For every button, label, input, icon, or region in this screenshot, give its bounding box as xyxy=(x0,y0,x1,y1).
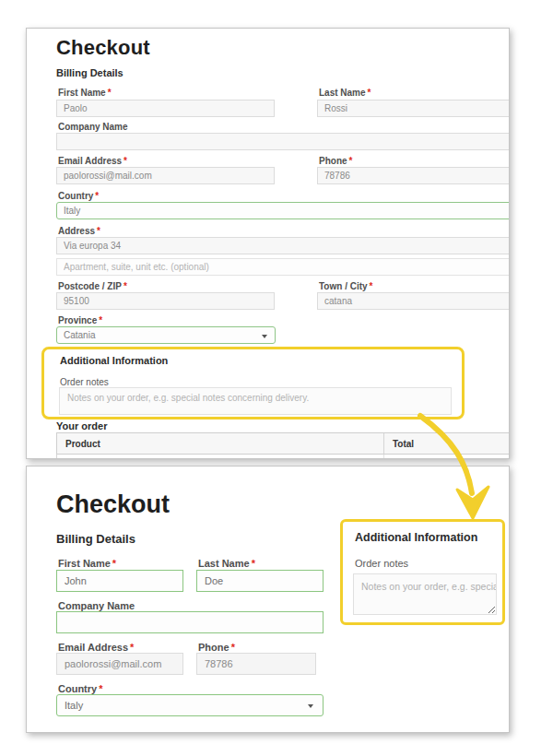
first-name-label: First Name* xyxy=(58,558,116,569)
product-column-header: Product xyxy=(57,433,384,454)
top-checkout-screenshot: Checkout Billing Details First Name* Las… xyxy=(26,28,510,459)
phone-label: Phone* xyxy=(319,156,352,166)
address-label: Address* xyxy=(58,226,100,236)
postcode-label: Postcode / ZIP* xyxy=(58,281,127,291)
your-order-heading: Your order xyxy=(56,420,107,431)
company-name-input[interactable] xyxy=(56,611,324,633)
country-label: Country* xyxy=(58,683,102,694)
last-name-input[interactable] xyxy=(317,100,510,117)
province-label: Province* xyxy=(58,315,102,325)
company-name-label: Company Name xyxy=(58,122,128,132)
last-name-label: Last Name* xyxy=(319,88,371,98)
required-asterisk: * xyxy=(112,558,116,569)
dropdown-caret-icon xyxy=(308,704,313,708)
email-label: Email Address* xyxy=(58,156,127,166)
required-asterisk: * xyxy=(124,281,127,291)
required-asterisk: * xyxy=(252,558,255,569)
postcode-input[interactable] xyxy=(56,292,275,310)
phone-label: Phone* xyxy=(198,642,235,653)
country-select[interactable]: Italy xyxy=(56,202,510,219)
email-input[interactable] xyxy=(56,167,275,184)
required-asterisk: * xyxy=(124,156,127,166)
province-select[interactable]: Catania xyxy=(56,326,276,344)
bottom-checkout-screenshot: Checkout Billing Details First Name* Las… xyxy=(26,466,510,733)
email-label: Email Address* xyxy=(58,642,134,653)
page-title: Checkout xyxy=(56,490,170,519)
required-asterisk: * xyxy=(99,683,102,694)
required-asterisk: * xyxy=(99,315,102,325)
dropdown-caret-icon xyxy=(262,335,267,338)
highlight-box-additional-info: Additional Information Order notes xyxy=(41,347,465,419)
first-name-input[interactable] xyxy=(56,100,275,117)
phone-input[interactable] xyxy=(196,653,316,675)
city-label: Town / City* xyxy=(319,281,373,291)
country-label: Country* xyxy=(58,191,99,201)
billing-details-heading: Billing Details xyxy=(56,532,135,546)
order-notes-textarea[interactable] xyxy=(353,573,497,615)
required-asterisk: * xyxy=(368,88,371,98)
order-notes-textarea[interactable] xyxy=(59,387,452,415)
page-title: Checkout xyxy=(56,36,150,60)
country-select[interactable]: Italy xyxy=(56,694,324,716)
required-asterisk: * xyxy=(95,191,99,201)
city-input[interactable] xyxy=(317,292,510,310)
email-input[interactable] xyxy=(56,653,183,675)
clipped-text xyxy=(392,458,416,459)
address2-input[interactable] xyxy=(56,258,510,276)
page: Checkout Billing Details First Name* Las… xyxy=(0,0,553,756)
order-notes-label: Order notes xyxy=(60,377,109,387)
highlight-box-additional-info: Additional Information Order notes xyxy=(340,519,505,625)
clipped-text xyxy=(65,458,119,459)
first-name-label: First Name* xyxy=(58,88,112,98)
required-asterisk: * xyxy=(130,642,134,653)
clipped-table-row xyxy=(56,455,510,459)
phone-input[interactable] xyxy=(317,167,510,184)
company-name-label: Company Name xyxy=(58,600,135,611)
order-table-header: Product Total xyxy=(56,432,510,455)
required-asterisk: * xyxy=(231,642,235,653)
last-name-input[interactable] xyxy=(196,570,324,592)
column-divider xyxy=(383,455,384,459)
address-input[interactable] xyxy=(56,237,510,254)
order-notes-label: Order notes xyxy=(355,558,408,569)
additional-info-heading: Additional Information xyxy=(355,531,477,544)
total-column-header: Total xyxy=(384,433,414,454)
last-name-label: Last Name* xyxy=(198,558,255,569)
required-asterisk: * xyxy=(349,156,353,166)
required-asterisk: * xyxy=(370,281,373,291)
company-name-input[interactable] xyxy=(56,133,510,150)
billing-details-heading: Billing Details xyxy=(56,67,124,78)
first-name-input[interactable] xyxy=(56,570,183,592)
additional-info-heading: Additional Information xyxy=(60,355,168,366)
required-asterisk: * xyxy=(108,88,112,98)
required-asterisk: * xyxy=(97,226,100,236)
